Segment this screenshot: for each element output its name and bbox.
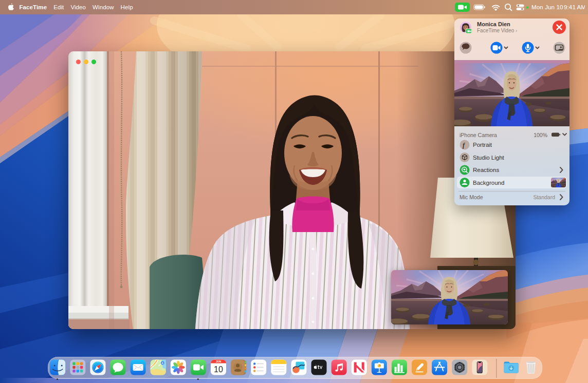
svg-text:JUN: JUN (216, 360, 221, 363)
svg-text:10: 10 (214, 365, 223, 374)
svg-text:100%: 100% (534, 132, 547, 138)
svg-text:Mic Mode: Mic Mode (460, 194, 483, 200)
svg-text:Studio Light: Studio Light (473, 155, 505, 161)
svg-text:Mon Jun 10: Mon Jun 10 (531, 4, 563, 10)
svg-text:9:41 AM: 9:41 AM (564, 4, 585, 10)
svg-text:Reactions: Reactions (473, 167, 499, 173)
svg-text:Standard: Standard (533, 194, 555, 200)
svg-text:Portrait: Portrait (473, 142, 492, 148)
svg-text:Background: Background (473, 180, 504, 186)
svg-text:iPhone Camera: iPhone Camera (460, 132, 497, 138)
